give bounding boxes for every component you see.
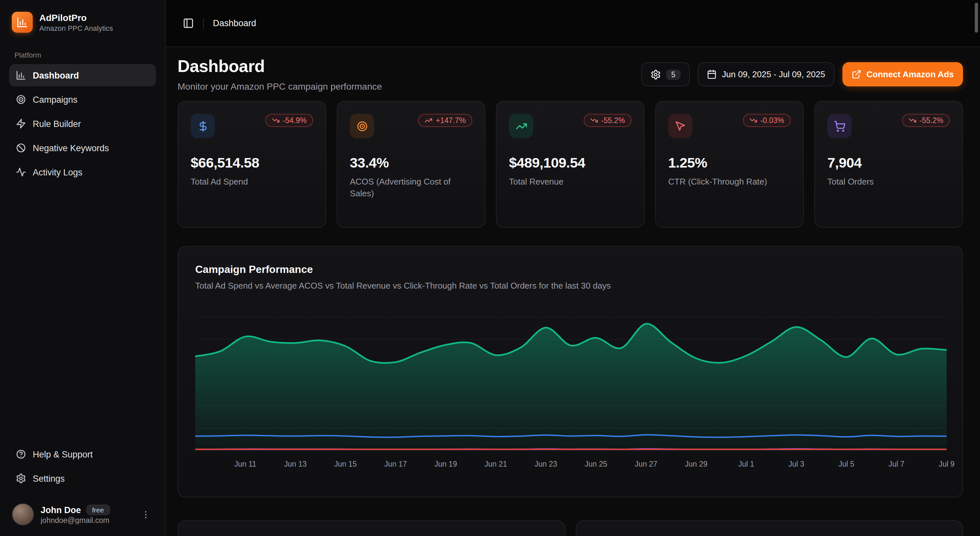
sidebar-item-label: Activity Logs — [33, 167, 83, 177]
sidebar-item-rule-builder[interactable]: Rule Builder — [9, 113, 156, 135]
sidebar-item-activity-logs[interactable]: Activity Logs — [9, 161, 156, 183]
sidebar-item-dashboard[interactable]: Dashboard — [9, 64, 156, 86]
activity-icon — [16, 167, 26, 178]
x-axis: Jun 11Jun 13Jun 15Jun 17Jun 19Jun 21Jun … — [195, 456, 947, 473]
connect-amazon-ads-label: Connect Amazon Ads — [866, 69, 954, 79]
plan-badge: free — [86, 504, 110, 515]
x-axis-tick-label: Jul 3 — [788, 460, 805, 468]
app-root: AdPilotPro Amazon PPC Analytics Platform… — [0, 0, 980, 536]
kpi-card-acos: +147.7% 33.4% ACOS (Advertising Cost of … — [337, 101, 485, 228]
card-partial-right — [576, 520, 963, 536]
performance-chart — [195, 317, 947, 451]
cart-icon — [827, 114, 852, 138]
sidebar-item-label: Settings — [33, 474, 65, 483]
chart-plot — [195, 317, 947, 451]
trending-down-icon — [590, 116, 598, 124]
panel-left-icon — [183, 17, 194, 29]
brand: AdPilotPro Amazon PPC Analytics — [9, 12, 156, 33]
x-axis-tick-label: Jun 23 — [535, 460, 557, 468]
kpi-row: -54.9% $66,514.58 Total Ad Spend +147.7% — [178, 101, 963, 228]
delta-value: -55.2% — [601, 116, 625, 124]
page-subtitle: Monitor your Amazon PPC campaign perform… — [178, 81, 382, 92]
x-axis-tick-label: Jun 27 — [635, 460, 657, 468]
trending-down-icon — [908, 116, 916, 124]
sidebar-item-negative-keywords[interactable]: Negative Keywords — [9, 137, 156, 159]
external-link-icon — [851, 69, 861, 79]
trending-down-icon — [272, 116, 279, 124]
more-vertical-icon[interactable] — [138, 507, 153, 522]
bar-chart-icon — [16, 16, 28, 28]
sidebar-item-label: Dashboard — [33, 70, 79, 80]
sidebar-item-settings[interactable]: Settings — [9, 467, 156, 490]
kpi-card-ctr: -0.03% 1.25% CTR (Click-Through Rate) — [655, 101, 804, 228]
delta-value: -55.2% — [920, 116, 943, 124]
kpi-label: ACOS (Advertising Cost of Sales) — [350, 176, 473, 200]
sidebar-item-label: Help & Support — [33, 449, 93, 459]
delta-value: +147.7% — [436, 116, 466, 124]
gear-icon — [650, 69, 661, 79]
dollar-icon — [191, 114, 215, 138]
delta-badge: -0.03% — [743, 114, 791, 127]
kpi-value: 7,904 — [827, 155, 950, 171]
header-actions: 5 Jun 09, 2025 - Jul 09, 2025 Connect Am… — [641, 62, 963, 86]
kpi-card-total-orders: -55.2% 7,904 Total Orders — [814, 101, 963, 228]
chart-title: Campaign Performance — [195, 264, 945, 276]
calendar-icon — [707, 69, 717, 79]
topbar: Dashboard — [166, 0, 980, 47]
user-meta: John Doe free johndoe@gmail.com — [41, 504, 130, 524]
ban-icon — [16, 143, 26, 153]
sidebar-item-campaigns[interactable]: Campaigns — [9, 88, 156, 111]
x-axis-tick-label: Jun 25 — [585, 460, 607, 468]
kpi-value: $489,109.54 — [509, 155, 632, 171]
zap-icon — [16, 119, 26, 129]
trending-up-icon — [425, 116, 433, 124]
kpi-card-total-revenue: -55.2% $489,109.54 Total Revenue — [496, 101, 644, 228]
scrollbar-thumb[interactable] — [975, 3, 978, 33]
x-axis-tick-label: Jun 21 — [484, 460, 507, 468]
date-range-button[interactable]: Jun 09, 2025 - Jul 09, 2025 — [698, 62, 834, 86]
bottom-row — [178, 520, 963, 536]
alerts-count-badge: 5 — [666, 69, 681, 79]
x-axis-tick-label: Jun 29 — [685, 460, 708, 468]
kpi-value: 33.4% — [350, 155, 473, 171]
delta-badge: -55.2% — [583, 114, 632, 127]
sidebar-item-label: Rule Builder — [33, 119, 81, 128]
kpi-label: Total Ad Spend — [191, 176, 313, 188]
x-axis-tick-label: Jul 5 — [838, 460, 854, 468]
kpi-value: 1.25% — [668, 155, 791, 171]
sidebar-item-help-support[interactable]: Help & Support — [9, 443, 156, 465]
main-area: Dashboard Dashboard Monitor your Amazon … — [166, 0, 980, 536]
sidebar-toggle-button[interactable] — [183, 17, 194, 29]
sidebar: AdPilotPro Amazon PPC Analytics Platform… — [0, 0, 166, 536]
target-icon — [350, 114, 374, 138]
x-axis-tick-label: Jun 19 — [434, 460, 457, 468]
delta-value: -0.03% — [760, 116, 784, 124]
trending-down-icon — [749, 116, 757, 124]
sidebar-spacer — [9, 185, 156, 443]
x-axis-tick-label: Jun 13 — [284, 460, 307, 468]
sidebar-item-label: Negative Keywords — [33, 143, 109, 153]
x-axis-tick-label: Jul 7 — [889, 460, 905, 468]
trending-up-icon — [509, 114, 533, 138]
kpi-value: $66,514.58 — [191, 155, 313, 171]
user-name: John Doe — [41, 505, 81, 515]
avatar — [12, 503, 34, 525]
sidebar-section-label: Platform — [9, 51, 156, 59]
user-card[interactable]: John Doe free johndoe@gmail.com — [9, 497, 156, 527]
chart-subtitle: Total Ad Spend vs Average ACOS vs Total … — [195, 281, 945, 290]
brand-subtitle: Amazon PPC Analytics — [39, 24, 113, 32]
x-axis-tick-label: Jun 11 — [234, 460, 256, 468]
brand-logo — [12, 12, 33, 33]
alerts-button[interactable]: 5 — [641, 62, 690, 86]
connect-amazon-ads-button[interactable]: Connect Amazon Ads — [842, 62, 963, 86]
kpi-label: Total Revenue — [509, 176, 632, 188]
brand-name: AdPilotPro — [39, 13, 113, 24]
kpi-card-total-ad-spend: -54.9% $66,514.58 Total Ad Spend — [178, 101, 326, 228]
content: Dashboard Monitor your Amazon PPC campai… — [166, 47, 980, 536]
kpi-label: Total Orders — [827, 176, 950, 188]
card-partial-left — [178, 520, 565, 536]
target-icon — [16, 94, 26, 105]
x-axis-tick-label: Jun 17 — [384, 460, 407, 468]
sidebar-item-label: Campaigns — [33, 95, 78, 105]
campaign-performance-card: Campaign Performance Total Ad Spend vs A… — [178, 246, 963, 497]
